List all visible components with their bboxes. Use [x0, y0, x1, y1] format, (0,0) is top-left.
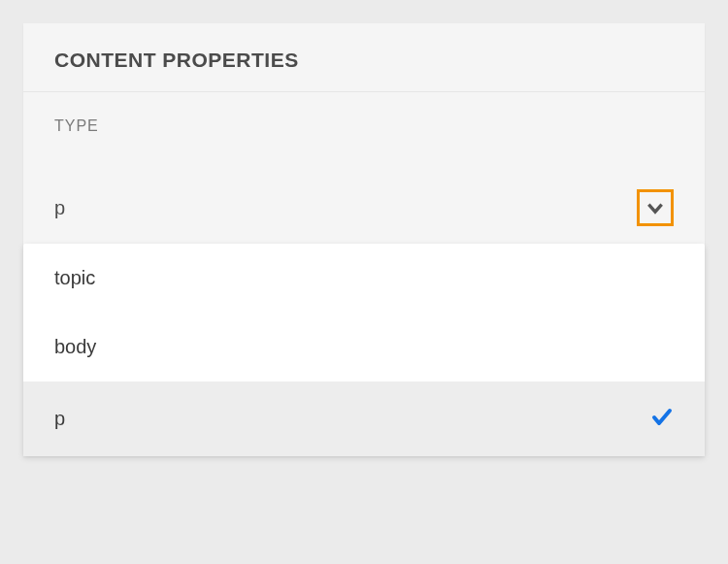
- type-dropdown: topic body p: [23, 244, 705, 456]
- type-select[interactable]: p: [23, 182, 705, 244]
- dropdown-item-p[interactable]: p: [23, 382, 705, 456]
- type-label: TYPE: [23, 92, 705, 135]
- chevron-down-icon[interactable]: [637, 189, 674, 226]
- dropdown-item-label: p: [54, 408, 65, 430]
- panel-title: CONTENT PROPERTIES: [54, 49, 674, 72]
- check-icon: [650, 405, 674, 433]
- type-select-value: p: [54, 197, 65, 219]
- dropdown-item-label: topic: [54, 267, 95, 289]
- dropdown-item-label: body: [54, 336, 96, 358]
- dropdown-item-body[interactable]: body: [23, 313, 705, 382]
- panel-header: CONTENT PROPERTIES: [23, 23, 705, 92]
- dropdown-item-topic[interactable]: topic: [23, 244, 705, 313]
- content-properties-panel: CONTENT PROPERTIES TYPE p topic body p: [23, 23, 705, 456]
